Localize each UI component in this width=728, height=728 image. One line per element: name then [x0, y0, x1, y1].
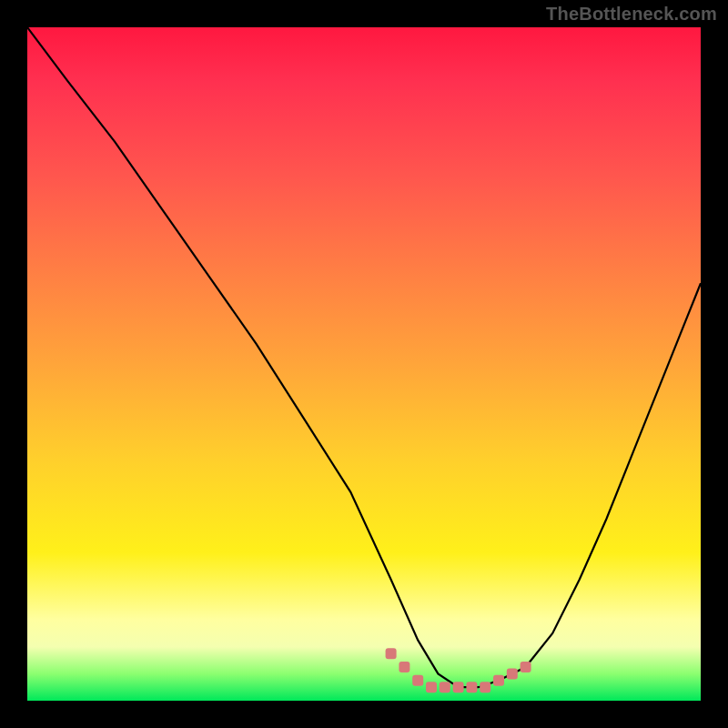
marker-point	[480, 682, 490, 693]
marker-point	[521, 662, 531, 672]
marker-point	[466, 682, 477, 693]
curve-svg	[27, 27, 701, 701]
marker-point	[386, 648, 397, 659]
marker-point	[493, 675, 504, 686]
highlighted-markers	[386, 648, 531, 693]
marker-point	[399, 662, 410, 672]
marker-point	[507, 668, 518, 679]
marker-point	[453, 682, 464, 693]
marker-point	[426, 682, 437, 693]
plot-area	[27, 27, 701, 701]
marker-point	[412, 675, 423, 686]
watermark-text: TheBottleneck.com	[546, 4, 717, 25]
bottleneck-curve-line	[27, 27, 701, 687]
chart-stage: TheBottleneck.com	[0, 0, 728, 728]
marker-point	[440, 682, 450, 693]
